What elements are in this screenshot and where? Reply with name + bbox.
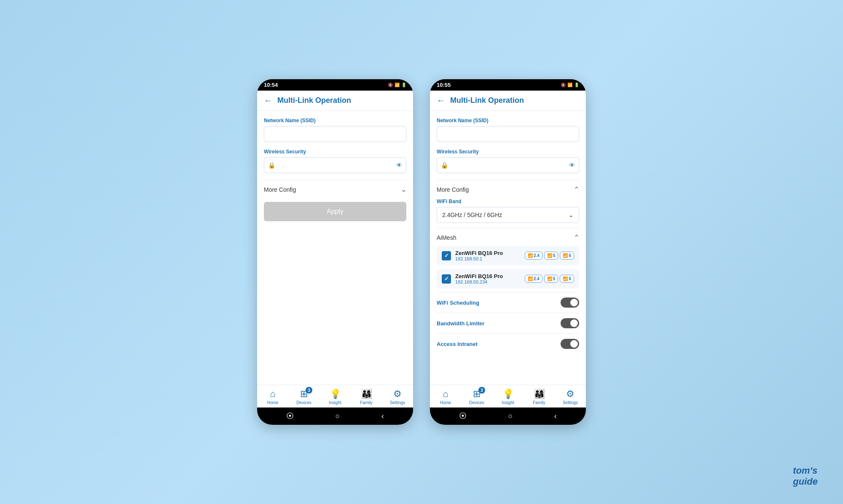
nav-settings-label-left: Settings bbox=[390, 400, 405, 405]
android-nav-right: ⦿ ○ ‹ bbox=[430, 407, 586, 425]
device-checkbox-2[interactable] bbox=[442, 274, 451, 284]
nav-family-label-right: Family bbox=[533, 400, 545, 405]
wireless-security-field-right: 🔒 👁 bbox=[437, 157, 579, 173]
android-back-left[interactable]: ‹ bbox=[381, 412, 384, 421]
network-name-label-right: Network Name (SSID) bbox=[437, 118, 579, 123]
bandwidth-limiter-label: Bandwidth Limiter bbox=[437, 320, 484, 327]
band-tag-5-1: 📶5 bbox=[544, 252, 558, 260]
chevron-down-icon: ⌄ bbox=[569, 212, 574, 218]
settings-icon-right: ⚙ bbox=[566, 389, 575, 399]
nav-insight-label-left: Insight bbox=[329, 400, 341, 405]
toms-line2: guide bbox=[793, 476, 818, 487]
access-intranet-toggle[interactable] bbox=[561, 339, 579, 349]
nav-home-label-left: Home bbox=[267, 400, 279, 405]
more-config-label-left: More Config bbox=[264, 186, 296, 193]
toms-guide-watermark: tom's guide bbox=[793, 465, 818, 487]
insight-icon-left: 💡 bbox=[330, 389, 341, 399]
wifi-scheduling-label: WiFi Scheduling bbox=[437, 300, 479, 306]
band-tag-5-2: 📶5 bbox=[544, 275, 558, 283]
wireless-security-label-left: Wireless Security bbox=[264, 149, 406, 155]
nav-devices-label-left: Devices bbox=[296, 400, 311, 405]
nav-family-left[interactable]: 👨‍👩‍👧 Family bbox=[351, 385, 382, 407]
wireless-security-input-right[interactable] bbox=[437, 157, 579, 173]
nav-home-left[interactable]: ⌂ Home bbox=[257, 385, 288, 407]
scroll-area-right[interactable]: Network Name (SSID) Wireless Security 🔒 … bbox=[430, 111, 586, 385]
device-checkbox-1[interactable] bbox=[442, 251, 451, 260]
device-row-2: ZenWiFi BQ16 Pro 192.168.50.234 📶2.4 📶5 bbox=[437, 269, 579, 289]
right-phone: 10:55 🔇 📶 🔋 ← Multi-Link Operation Netwo… bbox=[430, 79, 586, 425]
nav-devices-right[interactable]: 3 ⊞ Devices bbox=[461, 385, 492, 407]
wifi-band-label: WiFi Band bbox=[437, 198, 579, 204]
back-button-right[interactable]: ← bbox=[437, 96, 445, 105]
aimesh-collapse-icon[interactable]: ⌃ bbox=[574, 233, 579, 241]
toms-line1: tom's bbox=[793, 465, 818, 476]
wifi-band-dropdown[interactable]: 2.4GHz / 5GHz / 6GHz ⌄ bbox=[437, 207, 579, 223]
apply-button-left[interactable]: Apply bbox=[264, 202, 406, 221]
nav-family-label-left: Family bbox=[360, 400, 372, 405]
band-tag-6-2: 📶6 bbox=[560, 275, 574, 283]
app-header-right: ← Multi-Link Operation bbox=[430, 91, 586, 111]
eye-icon-right[interactable]: 👁 bbox=[569, 162, 575, 169]
family-icon-left: 👨‍👩‍👧 bbox=[361, 389, 372, 399]
nav-settings-right[interactable]: ⚙ Settings bbox=[555, 385, 586, 407]
expand-content-right: WiFi Band 2.4GHz / 5GHz / 6GHz ⌄ AiMesh … bbox=[437, 198, 579, 357]
bandwidth-limiter-toggle[interactable] bbox=[561, 318, 579, 328]
insight-icon-right: 💡 bbox=[502, 389, 514, 399]
nav-family-right[interactable]: 👨‍👩‍👧 Family bbox=[524, 385, 555, 407]
nav-devices-label-right: Devices bbox=[469, 400, 484, 405]
android-home-left[interactable]: ○ bbox=[336, 412, 340, 421]
wifi-scheduling-row: WiFi Scheduling bbox=[437, 292, 579, 313]
chevron-up-icon-right: ⌃ bbox=[574, 185, 579, 193]
time-right: 10:55 bbox=[437, 82, 451, 88]
band-tag-24-1: 📶2.4 bbox=[525, 252, 542, 260]
nav-home-label-right: Home bbox=[440, 400, 451, 405]
more-config-section-left[interactable]: More Config ⌄ bbox=[264, 180, 406, 198]
android-menu-right[interactable]: ⦿ bbox=[459, 412, 467, 421]
android-nav-left: ⦿ ○ ‹ bbox=[257, 407, 413, 425]
home-icon-right: ⌂ bbox=[443, 389, 448, 399]
android-menu-left[interactable]: ⦿ bbox=[286, 412, 294, 421]
band-tags-2: 📶2.4 📶5 📶6 bbox=[525, 275, 574, 283]
nav-settings-label-right: Settings bbox=[563, 400, 578, 405]
bottom-nav-right: ⌂ Home 3 ⊞ Devices 💡 Insight 👨‍👩‍👧 Famil… bbox=[430, 385, 586, 407]
nav-settings-left[interactable]: ⚙ Settings bbox=[382, 385, 413, 407]
time-left: 10:54 bbox=[264, 82, 278, 88]
left-phone: 10:54 🔇 📶 🔋 ← Multi-Link Operation Netwo… bbox=[257, 79, 413, 425]
settings-icon-left: ⚙ bbox=[393, 389, 402, 399]
app-title-right: Multi-Link Operation bbox=[450, 96, 524, 105]
band-tags-1: 📶2.4 📶5 📶6 bbox=[525, 252, 574, 260]
back-button-left[interactable]: ← bbox=[264, 96, 272, 105]
lock-icon-left: 🔒 bbox=[268, 162, 275, 169]
device-name-1: ZenWiFi BQ16 Pro bbox=[455, 250, 521, 256]
nav-insight-right[interactable]: 💡 Insight bbox=[492, 385, 524, 407]
status-bar-right: 10:55 🔇 📶 🔋 bbox=[430, 79, 586, 91]
device-row-1: ZenWiFi BQ16 Pro 192.168.50.1 📶2.4 📶5 bbox=[437, 246, 579, 265]
devices-badge-left: 3 bbox=[306, 387, 312, 394]
more-config-section-right[interactable]: More Config ⌃ bbox=[437, 180, 579, 198]
device-ip-2: 192.168.50.234 bbox=[455, 279, 521, 284]
nav-home-right[interactable]: ⌂ Home bbox=[430, 385, 461, 407]
eye-icon-left[interactable]: 👁 bbox=[396, 162, 402, 169]
network-name-input-right[interactable] bbox=[437, 126, 579, 142]
scroll-area-left[interactable]: Network Name (SSID) Wireless Security 🔒 … bbox=[257, 111, 413, 385]
wireless-security-label-right: Wireless Security bbox=[437, 149, 579, 155]
nav-insight-left[interactable]: 💡 Insight bbox=[319, 385, 351, 407]
wifi-band-value: 2.4GHz / 5GHz / 6GHz bbox=[442, 212, 502, 218]
aimesh-title: AiMesh bbox=[437, 234, 456, 241]
nav-devices-left[interactable]: 3 ⊞ Devices bbox=[288, 385, 319, 407]
android-back-right[interactable]: ‹ bbox=[554, 412, 557, 421]
family-icon-right: 👨‍👩‍👧 bbox=[534, 389, 545, 399]
wifi-scheduling-toggle[interactable] bbox=[561, 298, 579, 308]
devices-badge-right: 3 bbox=[478, 387, 485, 394]
device-info-1: ZenWiFi BQ16 Pro 192.168.50.1 bbox=[455, 250, 521, 261]
bottom-nav-left: ⌂ Home 3 ⊞ Devices 💡 Insight 👨‍👩‍👧 Famil… bbox=[257, 385, 413, 407]
status-icons-right: 🔇 📶 🔋 bbox=[561, 83, 579, 87]
bandwidth-limiter-row: Bandwidth Limiter bbox=[437, 313, 579, 333]
android-home-right[interactable]: ○ bbox=[508, 412, 513, 421]
screen-right: ← Multi-Link Operation Network Name (SSI… bbox=[430, 91, 586, 425]
wireless-security-input-left[interactable] bbox=[264, 157, 406, 173]
lock-icon-right: 🔒 bbox=[441, 162, 448, 169]
band-tag-24-2: 📶2.4 bbox=[525, 275, 542, 283]
network-name-input-left[interactable] bbox=[264, 126, 406, 142]
network-name-label-left: Network Name (SSID) bbox=[264, 118, 406, 123]
